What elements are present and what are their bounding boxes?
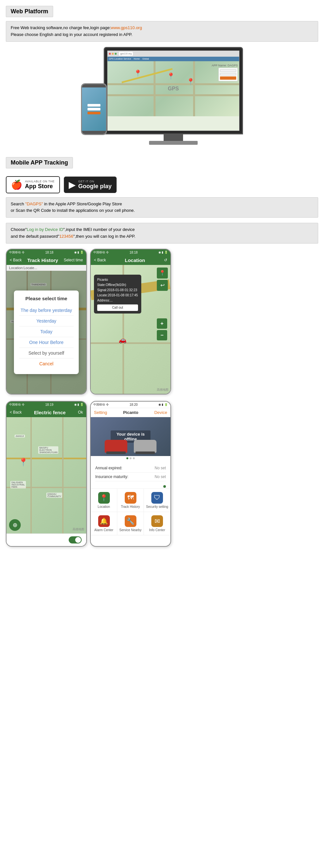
phone2-map: Picanto State:Offline(9d16h) Signal:2018… xyxy=(91,265,170,394)
feature-security[interactable]: 🛡 Security setting xyxy=(144,489,170,512)
annual-value: No set xyxy=(154,466,166,470)
phone4-icons: ◉ ▮ 🔋 xyxy=(158,403,168,406)
gps-link[interactable]: www.gps110.org xyxy=(111,25,142,30)
login-text-2: ",input the IMEI number of your device xyxy=(63,227,135,232)
phone2-right[interactable]: ↺ xyxy=(164,258,167,262)
info-label: Info Center xyxy=(149,528,165,532)
zoom-out-button[interactable]: − xyxy=(157,330,167,340)
small-phone-mockup xyxy=(81,83,107,135)
modal-option-select-yourself[interactable]: Select by yourself xyxy=(19,348,73,359)
phone4-nav-right[interactable]: Device xyxy=(154,410,167,415)
phone3-map: JIANGJI BAISIFUELECTRONSHANGWUYUAN DALIS… xyxy=(6,417,86,533)
phone3-back[interactable]: < Back xyxy=(10,410,22,414)
dot-2 xyxy=(129,457,131,459)
modal-option-yesterday[interactable]: Yesterday xyxy=(19,316,73,327)
location-label: Location xyxy=(98,505,110,508)
phone1-carrier: 中国移动 令 xyxy=(9,250,25,254)
green-status-dot xyxy=(163,485,166,488)
popup-signal: Signal:2018-01-08 01:32:23 xyxy=(97,288,138,293)
map-pin-2: 📍 xyxy=(167,72,175,80)
modal-option-cancel[interactable]: Cancel xyxy=(19,359,73,369)
zoom-in-button[interactable]: + xyxy=(157,318,167,329)
phone2-title: Location xyxy=(125,257,145,263)
phone4-nav-title: Picanto xyxy=(123,410,138,415)
desktop-area: gps110.org GPS Location Service Home Glo… xyxy=(0,47,324,145)
map-pin-1: 📍 xyxy=(134,69,142,77)
popup-state: State:Offline(9d16h) xyxy=(97,282,138,288)
sidebar-icon-back[interactable]: ↩ xyxy=(157,280,168,291)
dot-yellow xyxy=(112,53,114,55)
feature-track-history[interactable]: 🗺 Track History xyxy=(117,489,144,512)
nav-label-2: Home xyxy=(134,58,140,60)
service-label: Service Nearby xyxy=(119,528,141,532)
phone-top-bar xyxy=(82,84,106,88)
feature-alarm[interactable]: 🔔 Alarm Center xyxy=(91,512,117,535)
feature-service[interactable]: 🔧 Service Nearby xyxy=(117,512,144,535)
car-banner: Your device is offline xyxy=(91,417,170,456)
nav-label-3: Global xyxy=(142,58,149,60)
phone1-nav-bar: < Back Track History Select time xyxy=(6,255,86,265)
fence-toggle-switch[interactable] xyxy=(69,536,82,544)
phone-bottom-bar-small xyxy=(82,131,106,134)
google-play-badge[interactable]: ▶ GET IT ON Google play xyxy=(64,177,117,193)
annual-label: Annual expired: xyxy=(95,466,122,470)
dot-3 xyxy=(133,457,135,459)
login-panel xyxy=(218,68,238,81)
car-shape-silver xyxy=(134,440,156,453)
phone2-back[interactable]: < Back xyxy=(94,258,106,262)
app-store-badge[interactable]: 🍎 Available on the App Store xyxy=(6,176,60,193)
security-icon: 🛡 xyxy=(151,492,163,504)
search-text-2: in the Apple APP Store/Google Play Store xyxy=(43,202,122,206)
map-sidebar-icons: 📍 ↩ xyxy=(157,268,168,291)
web-platform-section: Web Platform Free Web tracking software,… xyxy=(0,0,324,145)
modal-option-day-before[interactable]: The day before yesterday xyxy=(19,305,73,316)
dot-red xyxy=(109,53,111,55)
store-badges-row: 🍎 Available on the App Store ▶ GET IT ON… xyxy=(6,176,318,193)
phone3-title: Electric fence xyxy=(34,410,66,415)
login-field-1 xyxy=(220,69,236,72)
search-text-3: or Scan the QR Code to install the appli… xyxy=(11,208,135,213)
info-row-insurance: Insurance maturity: No set xyxy=(95,472,166,481)
login-field-2 xyxy=(220,73,236,75)
phone4-nav-left[interactable]: Setting xyxy=(94,410,107,415)
track-history-icon: 🗺 xyxy=(125,492,137,504)
monitor-base xyxy=(149,141,198,145)
p3-label-dalishen: DALISHENINDUSTRIALPARK xyxy=(10,481,26,488)
login-text-4: ",then you will can log in the APP. xyxy=(73,234,136,239)
phone1-back[interactable]: < Back xyxy=(10,258,22,262)
feature-grid: 📍 Location 🗺 Track History 🛡 Security se… xyxy=(91,488,170,535)
phone2-status-bar: 中国移动 令 18:18 ◉ ▮ 🔋 xyxy=(91,249,170,255)
login-highlight-2: 123456 xyxy=(59,234,73,239)
phones-row-2: 中国移动 令 18:19 ◉ ▮ 🔋 < Back Electric fence… xyxy=(6,401,318,547)
phone1-right[interactable]: Select time xyxy=(64,258,83,262)
popup-name: Picanto xyxy=(97,277,138,282)
slide-indicator xyxy=(91,456,170,461)
compass-icon[interactable]: ⊕ xyxy=(9,519,21,531)
phone1-title: Track History xyxy=(27,257,58,263)
apple-icon: 🍎 xyxy=(11,180,22,190)
feature-info[interactable]: ✉ Info Center xyxy=(144,512,170,535)
modal-option-today[interactable]: Today xyxy=(19,327,73,337)
alarm-label: Alarm Center xyxy=(94,528,113,532)
phone4-nav-bar: Setting Picanto Device xyxy=(91,408,170,417)
call-out-button[interactable]: Call out xyxy=(97,305,138,311)
dagps-highlight: "DAGPS" xyxy=(25,202,43,206)
p3-label-qinghu: QINGHUCOMMUNITY xyxy=(46,493,62,498)
p2-road-h1 xyxy=(91,342,170,344)
service-icon: 🔧 xyxy=(125,515,137,527)
modal-option-one-hour[interactable]: One Hour Before xyxy=(19,337,73,348)
map-road-h1 xyxy=(108,83,239,85)
phone3-status-bar: 中国移动 令 18:19 ◉ ▮ 🔋 xyxy=(6,402,86,408)
phone3-icons: ◉ ▮ 🔋 xyxy=(74,403,84,406)
monitor-screen-wrap: gps110.org GPS Location Service Home Glo… xyxy=(104,47,243,134)
feature-location[interactable]: 📍 Location xyxy=(91,489,117,512)
login-text-1: Choose" xyxy=(11,227,27,232)
sidebar-icon-locate[interactable]: 📍 xyxy=(157,268,168,279)
phone3-carrier: 中国移动 令 xyxy=(9,403,25,407)
fence-marker: 📍 xyxy=(19,458,28,467)
phone4-status-bar: 中国移动 令 18:20 ◉ ▮ 🔋 xyxy=(91,402,170,408)
screen-address-bar: gps110.org xyxy=(119,52,133,56)
map-zoom-controls: + − xyxy=(157,318,167,340)
phones-row-1: 中国移动 令 18:18 ◉ ▮ 🔋 < Back Track History … xyxy=(6,249,318,395)
phone3-right[interactable]: Ok xyxy=(78,410,83,414)
